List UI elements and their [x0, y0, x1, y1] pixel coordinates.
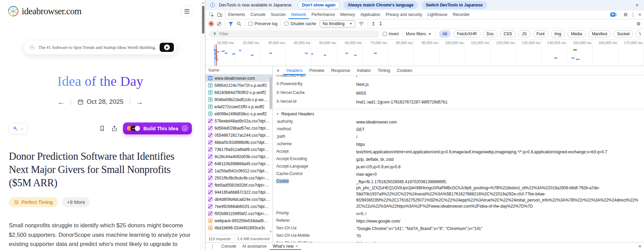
invert-toggle[interactable]: Invert	[383, 32, 399, 36]
more-options-icon[interactable]: ⋮	[631, 12, 636, 17]
video-play-button[interactable]	[160, 43, 174, 52]
filter-chip[interactable]: JS	[518, 30, 530, 38]
request-row[interactable]: 05546672617ac244.css?dpl…	[205, 132, 273, 139]
disable-cache-toggle[interactable]: Disable cache	[284, 21, 316, 26]
preserve-log-checkbox[interactable]	[248, 22, 253, 26]
request-row[interactable]: db4d809d4dca824e.css?dpl…	[205, 196, 273, 203]
devtools-tab[interactable]: Network	[288, 10, 309, 19]
network-settings-gear-icon[interactable]: ⚙	[636, 21, 641, 26]
request-row[interactable]: fbb5ad5581fd32bf.css?dpl=…	[205, 181, 273, 189]
filter-chip[interactable]: All	[439, 30, 451, 38]
idea-badge[interactable]: Perfect Timing	[9, 197, 58, 207]
search-icon[interactable]	[237, 21, 241, 26]
request-row[interactable]: 1a25fad542c06312.css?dpl…	[205, 167, 273, 174]
filter-chip[interactable]: Wasm	[636, 30, 641, 38]
inspect-element-icon[interactable]	[208, 11, 215, 18]
filter-input[interactable]: Filter	[209, 30, 379, 38]
drawer-tab[interactable]: Console	[218, 243, 239, 250]
drawer-more-icon[interactable]: ⋮	[208, 244, 217, 249]
page-scrollbar[interactable]: ▲	[201, 0, 205, 250]
devtools-close-icon[interactable]: ×	[639, 12, 641, 17]
request-row[interactable]: 8c28c44a4b92d03b.css?dpl…	[205, 153, 273, 160]
scrollbar-thumb[interactable]	[202, 6, 204, 34]
filter-chip[interactable]: Media	[567, 30, 586, 38]
details-tab[interactable]: Timing	[374, 66, 394, 75]
request-row[interactable]: e6099e249fd938cc-s.p.woff2	[205, 110, 273, 117]
filter-chip[interactable]: Font	[533, 30, 548, 38]
infobar-action-button[interactable]: Always match Chrome's language	[343, 1, 418, 9]
request-row[interactable]: 646110b398668a45.css?dpl…	[205, 160, 273, 167]
throttling-select[interactable]: No throttling ▼	[320, 20, 356, 27]
invert-checkbox[interactable]	[383, 32, 387, 36]
devtools-tab[interactable]: Console	[248, 10, 268, 19]
devtools-tab[interactable]: Memory	[338, 10, 358, 19]
close-details-icon[interactable]: ×	[273, 66, 283, 75]
infobar-close-icon[interactable]: ×	[633, 2, 641, 8]
date-picker[interactable]: Oct 28, 2025	[77, 98, 124, 105]
settings-gear-icon[interactable]: ⚙	[623, 12, 628, 17]
drawer-tab-close-icon[interactable]: ×	[296, 244, 298, 249]
drawer-tab[interactable]: AI assistance	[239, 243, 269, 250]
issues-button[interactable]: 1	[610, 13, 617, 17]
details-tab[interactable]: Response	[328, 66, 354, 75]
request-row[interactable]: 578eebd48ad9c02a.css?dpl…	[205, 117, 273, 124]
devtools-tab[interactable]: Lighthouse	[425, 10, 450, 19]
devtools-tab[interactable]: Recorder	[450, 10, 472, 19]
filter-chip[interactable]: Socket	[613, 30, 633, 38]
request-row[interactable]: 6d584d028bad57ec.css?dpl…	[205, 124, 273, 132]
request-row[interactable]: e4af272ccee01ff0-s.p.woff2	[205, 103, 273, 110]
list-scroll-down-icon[interactable]: ▼	[269, 230, 272, 233]
filter-chip[interactable]: CSS	[500, 30, 516, 38]
name-column-header[interactable]: Name	[205, 66, 273, 75]
request-row[interactable]: 736179a912a6fa99.css?dpl…	[205, 146, 273, 153]
details-tab[interactable]: Initiator	[354, 66, 374, 75]
next-day-button[interactable]: →	[136, 98, 143, 105]
preserve-log-toggle[interactable]: Preserve log	[248, 21, 277, 26]
filter-chip[interactable]: Fetch/XHR	[453, 30, 481, 38]
promo-banner[interactable]: The #1 Software to Spot Trends and Start…	[23, 40, 177, 55]
devtools-tab[interactable]: Performance	[309, 10, 338, 19]
filter-chip[interactable]: Img	[551, 30, 565, 38]
share-button[interactable]	[111, 125, 118, 132]
hamburger-menu-button[interactable]	[180, 5, 193, 18]
import-har-icon[interactable]: ↥	[371, 21, 375, 26]
ai-tools-button[interactable]: ⌄	[9, 123, 27, 134]
bookmark-button[interactable]	[99, 125, 106, 132]
devtools-tab[interactable]: Privacy and security	[383, 10, 425, 19]
network-conditions-icon[interactable]	[359, 21, 364, 26]
filter-chip[interactable]: Manifest	[588, 30, 611, 38]
disable-cache-checkbox[interactable]	[284, 22, 288, 26]
list-scrollbar-thumb[interactable]	[269, 77, 272, 109]
drawer-tab[interactable]: What's new ×	[269, 243, 301, 250]
filter-funnel-icon[interactable]	[228, 22, 233, 26]
request-row[interactable]: webpack-893259e534dad9…	[205, 217, 273, 224]
device-toolbar-icon[interactable]	[216, 11, 223, 18]
prev-day-button[interactable]: ←	[58, 98, 65, 105]
scrollbar-up-arrow[interactable]: ▲	[202, 1, 204, 4]
filter-chip[interactable]: Doc	[483, 30, 498, 38]
drawer-close-icon[interactable]: ×	[639, 244, 641, 249]
details-tab[interactable]: Cookies	[394, 66, 416, 75]
request-row[interactable]: www.ideabrowser.com	[205, 75, 273, 82]
request-row[interactable]: 68180864d7f93f02-s.p.woff2	[205, 89, 273, 96]
request-row[interactable]: 4bd1b696-02d4452893ce3c	[205, 224, 273, 231]
details-tab[interactable]: Headers	[283, 66, 306, 75]
request-row[interactable]: 2501f9cf8c9cdc4b.css?dpl=…	[205, 174, 273, 181]
infobar-action-button[interactable]: Switch DevTools to Japanese	[421, 1, 487, 9]
request-row[interactable]: 904be59b21bd51cb-s.p.wo…	[205, 96, 273, 103]
details-tab[interactable]: Preview	[306, 66, 327, 75]
idea-badge[interactable]: +9 More	[62, 197, 90, 207]
build-this-idea-button[interactable]: ve ⁙ Build This Idea →	[123, 122, 192, 134]
request-row[interactable]: 7ee992666db602f1.css?dpl…	[205, 203, 273, 210]
request-row[interactable]: 944165a6b867c322.css?dpl…	[205, 189, 273, 196]
request-row[interactable]: f5f2b98115995bf2.css?dpl=…	[205, 210, 273, 217]
more-filters-button[interactable]: More filters ▼	[406, 32, 431, 36]
devtools-tab[interactable]: Elements	[225, 10, 248, 19]
request-row[interactable]: 6bbaf3c92d986b9b.css?dpl…	[205, 139, 273, 146]
site-brand[interactable]: ideabrowser.com	[7, 5, 81, 17]
export-har-icon[interactable]: ↧	[379, 21, 383, 26]
devtools-tab[interactable]: Application	[358, 10, 383, 19]
network-overview-timeline[interactable]: 10,000 ms 20,000 ms 30,000 ms 40,000 ms …	[205, 40, 644, 66]
request-headers-section-header[interactable]: ▼ Request Headers	[273, 109, 644, 118]
request-row[interactable]: 599542224c70e72f-s.p.woff2	[205, 82, 273, 89]
